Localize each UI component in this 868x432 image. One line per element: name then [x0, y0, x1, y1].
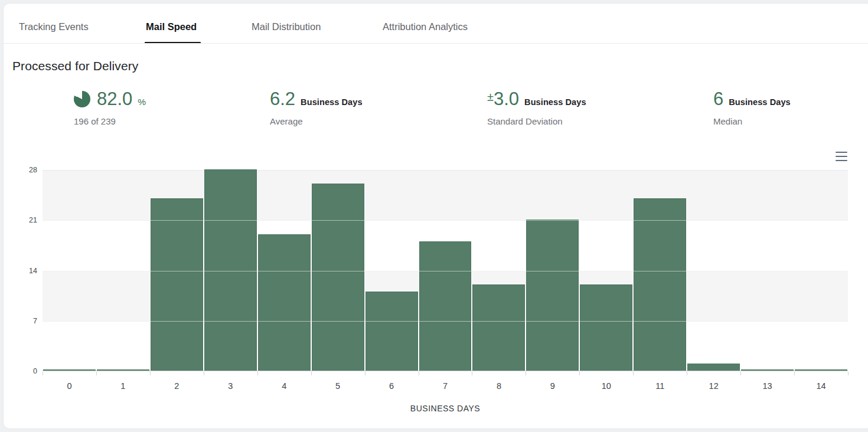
menu-bar: [836, 156, 847, 157]
stat-standard-deviation: ± 3.0 Business Days Standard Deviation: [487, 90, 586, 126]
y-axis-tick-label: 7: [0, 316, 37, 326]
x-axis-tick: [740, 372, 741, 375]
gridline-overlay: [43, 220, 848, 221]
stat-caption: Average: [270, 116, 363, 126]
stat-average: 6.2 Business Days Average: [270, 90, 363, 126]
x-axis-tick: [311, 372, 312, 375]
tab-attribution-analytics[interactable]: Attribution Analytics: [383, 19, 468, 34]
x-axis-tick: [150, 372, 151, 375]
histogram-bar[interactable]: [687, 364, 740, 371]
x-axis-title: BUSINESS DAYS: [43, 404, 848, 413]
page-title: Processed for Delivery: [12, 59, 138, 73]
x-axis-tick-label: 8: [472, 381, 526, 391]
histogram-bar[interactable]: [634, 198, 686, 371]
x-axis-line: [43, 371, 848, 371]
stat-value: 3.0: [494, 90, 519, 108]
mail-speed-histogram: BUSINESS DAYS 28211470012345678910111213…: [43, 170, 848, 371]
x-axis-tick: [526, 372, 526, 375]
y-axis-tick-label: 28: [0, 165, 37, 175]
stat-median: 6 Business Days Median: [713, 90, 791, 126]
gridline: [43, 170, 848, 171]
stat-caption: Median: [713, 116, 791, 126]
x-axis-tick: [472, 372, 472, 375]
x-axis-tick-label: 3: [204, 381, 257, 391]
x-axis-tick: [794, 372, 795, 375]
histogram-bar[interactable]: [312, 184, 364, 371]
x-axis-tick: [848, 372, 849, 375]
x-axis-tick: [204, 372, 204, 375]
gridline-overlay: [43, 321, 848, 322]
stat-unit: Business Days: [301, 97, 362, 107]
histogram-bar[interactable]: [419, 241, 472, 371]
gridline-overlay: [43, 271, 848, 271]
x-axis-tick: [43, 372, 43, 375]
stat-value: 6: [713, 90, 723, 108]
x-axis-tick-label: 7: [419, 381, 472, 391]
stat-unit: %: [138, 97, 146, 107]
pie-icon: [74, 91, 90, 107]
x-axis-tick-label: 4: [257, 381, 311, 391]
menu-bar: [836, 160, 847, 161]
stat-unit: Business Days: [524, 97, 586, 107]
stat-caption: 196 of 239: [74, 116, 146, 126]
histogram-bar[interactable]: [526, 220, 579, 371]
stat-unit: Business Days: [729, 97, 790, 107]
stat-processed-percent: 82.0 % 196 of 239: [74, 90, 146, 126]
histogram-bar[interactable]: [258, 234, 311, 371]
x-axis-tick-label: 10: [579, 381, 633, 391]
x-axis-tick-label: 11: [633, 381, 687, 391]
stat-caption: Standard Deviation: [487, 116, 586, 126]
x-axis-tick-label: 12: [687, 381, 740, 391]
histogram-bar[interactable]: [472, 284, 525, 371]
y-axis-tick-label: 14: [0, 266, 37, 276]
x-axis-tick-label: 1: [96, 381, 150, 391]
x-axis-tick-label: 5: [311, 381, 365, 391]
plus-minus-sign: ±: [487, 91, 494, 103]
x-axis-tick: [687, 372, 687, 375]
histogram-bar[interactable]: [580, 284, 632, 371]
histogram-bar[interactable]: [151, 198, 203, 371]
y-axis-tick-label: 0: [0, 366, 37, 377]
y-axis-tick-label: 21: [0, 215, 37, 225]
histogram-bar[interactable]: [366, 292, 418, 371]
x-axis-tick: [419, 372, 419, 375]
x-axis-tick-label: 13: [740, 381, 794, 391]
stat-value: 82.0: [97, 90, 132, 108]
menu-bar: [836, 152, 847, 153]
tab-bar-divider: [4, 43, 868, 44]
x-axis-tick: [633, 372, 634, 375]
histogram-bar[interactable]: [204, 169, 257, 371]
tab-mail-speed[interactable]: Mail Speed: [146, 19, 197, 34]
x-axis-tick-label: 6: [365, 381, 419, 391]
tab-mail-distribution[interactable]: Mail Distribution: [252, 19, 321, 34]
tab-tracking-events[interactable]: Tracking Events: [19, 19, 89, 34]
x-axis-tick-label: 2: [150, 381, 204, 391]
x-axis-tick-label: 9: [526, 381, 579, 391]
x-axis-tick-label: 14: [794, 381, 848, 391]
x-axis-tick: [579, 372, 580, 375]
x-axis-tick: [96, 372, 97, 375]
hamburger-menu-icon[interactable]: [836, 152, 847, 161]
x-axis-tick-label: 0: [43, 381, 96, 391]
x-axis-tick: [257, 372, 258, 375]
x-axis-tick: [365, 372, 366, 375]
stat-value: 6.2: [270, 90, 295, 108]
